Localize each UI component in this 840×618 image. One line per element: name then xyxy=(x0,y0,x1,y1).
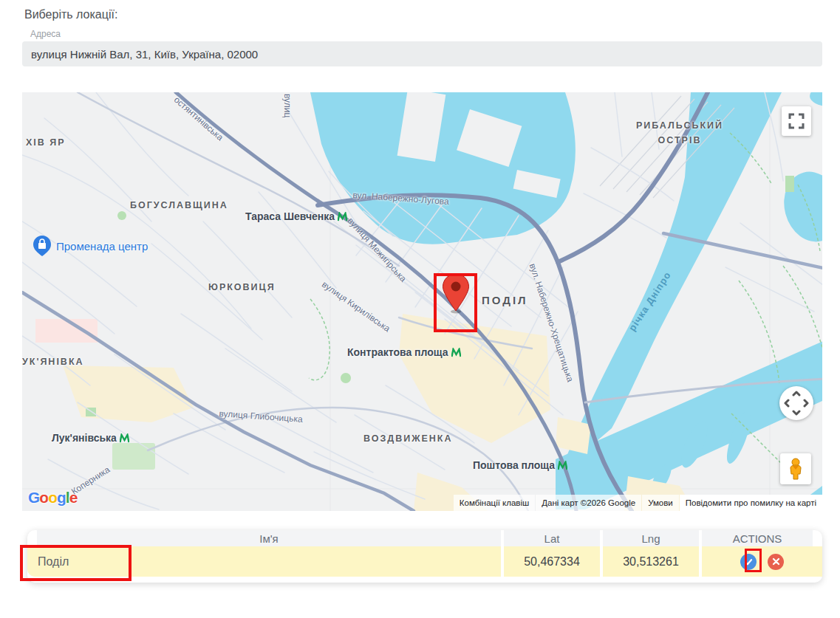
page-title: Виберіть локації: xyxy=(24,8,117,21)
location-marker-pin[interactable] xyxy=(443,274,469,314)
check-icon xyxy=(744,557,753,566)
logo-letter: G xyxy=(28,489,39,507)
pegman-control[interactable] xyxy=(780,453,811,484)
cell-name: Поділ xyxy=(27,546,501,577)
cell-actions xyxy=(702,546,822,577)
delete-location-button[interactable] xyxy=(768,554,784,570)
fullscreen-button[interactable] xyxy=(782,106,811,136)
address-input[interactable] xyxy=(22,41,822,66)
shopping-bag-icon xyxy=(33,235,52,257)
locations-table: Ім'я Lat Lng ACTIONS Поділ 50,467334 30,… xyxy=(27,530,822,583)
report-map-error-link[interactable]: Повідомити про помилку на карті xyxy=(680,495,822,511)
map-attribution: Комбінації клавіш Дані карт ©2026 Google… xyxy=(453,495,822,511)
logo-letter: e xyxy=(69,489,78,507)
cell-lng: 30,513261 xyxy=(603,546,699,577)
terms-link[interactable]: Умови xyxy=(642,495,679,511)
column-header-lng: Lng xyxy=(603,530,699,546)
pan-arrows-icon xyxy=(784,391,809,416)
table-row: Поділ 50,467334 30,513261 xyxy=(27,546,822,577)
location-picker-page: Виберіть локації: Адреса xyxy=(0,0,840,618)
map-canvas[interactable] xyxy=(22,92,822,511)
google-map[interactable]: ХІВ ЯР БОГУСЛАВЩИНА ЮРКОВИЦЯ ПОДІЛ УК'ЯН… xyxy=(22,92,822,511)
column-header-actions: ACTIONS xyxy=(702,530,813,546)
poi-label: Променада центр xyxy=(56,240,148,253)
google-logo[interactable]: Google xyxy=(28,489,77,507)
column-header-lat: Lat xyxy=(504,530,600,546)
column-header-name: Ім'я xyxy=(37,530,501,546)
map-data-copyright: Дані карт ©2026 Google xyxy=(536,495,641,511)
logo-letter: o xyxy=(48,489,57,507)
logo-letter: o xyxy=(39,489,48,507)
poi-promenada[interactable]: Променада центр xyxy=(33,235,148,257)
table-header-row: Ім'я Lat Lng ACTIONS xyxy=(27,530,822,546)
pan-control[interactable] xyxy=(779,386,813,420)
fullscreen-icon xyxy=(788,113,805,129)
address-field-label: Адреса xyxy=(30,29,61,39)
confirm-location-button[interactable] xyxy=(740,554,757,570)
logo-letter: g xyxy=(57,489,66,507)
keyboard-shortcuts-link[interactable]: Комбінації клавіш xyxy=(454,495,535,511)
cell-lat: 50,467334 xyxy=(504,546,600,577)
pegman-icon xyxy=(786,458,805,480)
x-icon xyxy=(772,557,780,566)
